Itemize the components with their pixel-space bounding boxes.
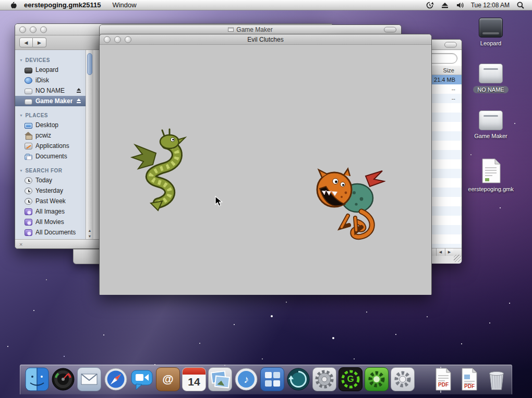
sidebar-item-applications[interactable]: Applications xyxy=(15,141,86,151)
dock-address-book-icon[interactable]: @ xyxy=(156,367,180,391)
sidebar-item-today[interactable]: Today xyxy=(15,175,86,185)
disclosure-triangle-icon[interactable]: ▼ xyxy=(19,58,23,62)
dock-mail-icon[interactable] xyxy=(77,367,101,391)
dock-preview-icon[interactable] xyxy=(208,367,232,391)
scroll-left-button[interactable]: ◀ xyxy=(436,248,444,256)
disclosure-triangle-icon[interactable]: ▼ xyxy=(19,169,23,172)
spotlight-icon[interactable] xyxy=(516,1,525,9)
close-button[interactable] xyxy=(104,36,111,43)
dock-time-machine-icon[interactable] xyxy=(286,367,310,391)
eject-menu-icon[interactable] xyxy=(441,1,449,9)
dock: @ 14 ♪ G xyxy=(20,365,512,394)
desktop-icon-game-maker[interactable]: Game Maker xyxy=(467,110,515,139)
desktop-icon-leopard[interactable]: Leopard xyxy=(467,18,515,46)
zoom-button[interactable] xyxy=(40,26,47,33)
sidebar-item-documents[interactable]: Documents xyxy=(15,151,86,161)
dock-safari-icon[interactable] xyxy=(104,367,128,391)
sidebar-item-leopard[interactable]: Leopard xyxy=(15,65,86,75)
dock-game-maker-green-icon[interactable] xyxy=(365,367,389,391)
sidebar-item-no-name[interactable]: NO NAME xyxy=(15,85,86,96)
mouse-cursor xyxy=(215,196,223,207)
finder-window-controls xyxy=(19,26,47,33)
back-button[interactable]: ◀ xyxy=(19,38,33,47)
forward-button[interactable]: ▶ xyxy=(33,38,46,47)
dock-ichat-icon[interactable] xyxy=(130,367,154,391)
dock-ical-icon[interactable]: 14 xyxy=(182,367,206,391)
zoom-button[interactable] xyxy=(125,36,131,43)
sidebar-item-all-images[interactable]: All Images xyxy=(15,206,86,217)
dock-gear-utility-icon[interactable] xyxy=(391,367,415,391)
boss-sprite xyxy=(311,166,385,255)
toolbar-capsule-button[interactable] xyxy=(444,42,457,47)
clock-icon xyxy=(25,177,32,184)
disclosure-triangle-icon[interactable]: ▼ xyxy=(19,114,23,117)
evil-clutches-title-bar[interactable]: Evil Clutches xyxy=(100,34,431,45)
minimize-button[interactable] xyxy=(114,36,121,43)
menu-bar: eerstepoging.gmk25115 Window Tue 12:08 A… xyxy=(0,0,532,10)
eject-icon[interactable] xyxy=(76,98,81,104)
apple-menu[interactable] xyxy=(7,1,19,9)
sidebar-item-all-movies[interactable]: All Movies xyxy=(15,217,86,227)
desktop-icon xyxy=(25,123,32,129)
dock-trash-icon[interactable] xyxy=(485,367,509,391)
menu-bar-status-items: Tue 12:08 AM xyxy=(426,0,532,10)
scroll-up-button[interactable]: ▲ xyxy=(88,228,92,233)
game-maker-title-bar[interactable]: Game Maker xyxy=(100,25,401,34)
dock-front-row-icon[interactable] xyxy=(260,367,284,391)
desktop: eerstepoging.gmk25115 Window Tue 12:08 A… xyxy=(0,0,532,398)
sidebar-section-places[interactable]: ▼ PLACES xyxy=(15,110,86,120)
removable-drive-icon xyxy=(479,110,503,130)
active-app-name[interactable]: eerstepoging.gmk25115 xyxy=(24,1,101,9)
dock-finder-icon[interactable] xyxy=(25,367,49,391)
idisk-globe-icon xyxy=(25,77,32,84)
sidebar-section-search-for[interactable]: ▼ SEARCH FOR xyxy=(15,166,86,175)
clock-icon xyxy=(25,188,32,194)
status-bar-icon[interactable]: × xyxy=(19,241,22,247)
finder-sidebar: ▼ DEVICES Leopard iDisk NO NAME Game Mak… xyxy=(15,50,86,240)
menu-bar-clock[interactable]: Tue 12:08 AM xyxy=(471,2,510,9)
documents-folder-icon xyxy=(25,155,32,160)
clock-icon xyxy=(25,198,32,205)
dock-pdf-document-2-icon[interactable]: PDF xyxy=(457,367,481,391)
sidebar-scrollbar[interactable]: ▲ ▼ xyxy=(86,50,93,240)
desktop-icon-no-name[interactable]: NO NAME xyxy=(467,64,515,93)
scroll-right-button[interactable]: ▶ xyxy=(445,248,453,256)
dock-pdf-document-icon[interactable]: PDF xyxy=(431,367,455,391)
evil-clutches-window[interactable]: Evil Clutches xyxy=(99,34,432,294)
dragon-sprite xyxy=(126,127,195,212)
dock-itunes-icon[interactable]: ♪ xyxy=(234,367,258,391)
menu-window[interactable]: Window xyxy=(112,1,136,9)
window-proxy-icon xyxy=(228,27,234,32)
game-area[interactable] xyxy=(100,45,431,295)
toolbar-capsule-button[interactable] xyxy=(384,27,396,32)
sidebar-item-home[interactable]: pcwiz xyxy=(15,130,86,141)
volume-menu-icon[interactable] xyxy=(456,1,464,9)
removable-drive-icon xyxy=(25,99,32,105)
smart-folder-icon xyxy=(25,208,32,215)
window-controls xyxy=(104,36,131,43)
sidebar-item-idisk[interactable]: iDisk xyxy=(15,75,86,85)
smart-folder-icon xyxy=(25,229,32,236)
apple-logo-icon xyxy=(9,1,17,9)
sidebar-item-all-documents[interactable]: All Documents xyxy=(15,227,86,238)
dock-game-maker-icon[interactable]: G xyxy=(338,367,362,391)
dock-dashboard-icon[interactable] xyxy=(51,367,75,391)
eject-icon[interactable] xyxy=(76,88,81,93)
sidebar-item-yesterday[interactable]: Yesterday xyxy=(15,185,86,196)
dock-system-preferences-icon[interactable] xyxy=(312,367,336,391)
sidebar-item-desktop[interactable]: Desktop xyxy=(15,120,86,130)
hard-drive-icon xyxy=(25,68,32,73)
window-title: Evil Clutches xyxy=(247,36,283,43)
desktop-icon-eerstepoging[interactable]: eerstepoging.gmk xyxy=(467,158,515,192)
removable-drive-icon xyxy=(479,64,503,83)
scroll-down-button[interactable]: ▼ xyxy=(88,233,92,239)
time-machine-menu-icon[interactable] xyxy=(426,1,434,9)
close-button[interactable] xyxy=(19,26,26,33)
sidebar-section-devices[interactable]: ▼ DEVICES xyxy=(15,55,86,65)
sidebar-item-past-week[interactable]: Past Week xyxy=(15,196,86,206)
sidebar-item-game-maker[interactable]: Game Maker xyxy=(15,96,86,106)
resize-grip[interactable] xyxy=(454,255,461,262)
scrollbar-thumb[interactable] xyxy=(87,53,92,75)
smart-folder-icon xyxy=(25,219,32,226)
minimize-button[interactable] xyxy=(30,26,37,33)
